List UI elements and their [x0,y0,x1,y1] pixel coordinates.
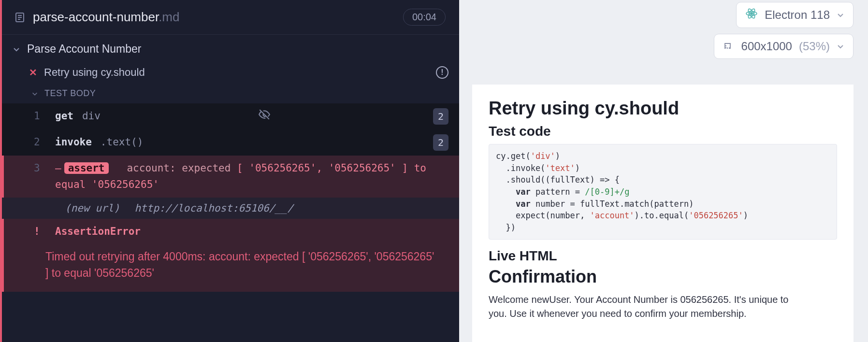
log-index: 1 [34,108,55,125]
log-row-get[interactable]: 1 get div 2 [2,103,459,129]
app-under-test: Retry using cy.should Test code cy.get('… [472,85,854,342]
preview-panel: Electron 118 600x1000 (53%) Retry using … [459,0,868,342]
fail-icon: ✕ [29,67,37,78]
content-paragraph: Welcome newUser. Your Account Number is … [489,293,808,321]
timer: 00:04 [403,9,446,26]
section-heading: Test code [489,124,837,139]
log-row-url: (new url) http://localhost:65106/__/ [2,198,459,219]
ruler-icon [723,39,735,54]
url-label: (new url) [65,202,120,214]
electron-icon [745,7,758,23]
test-title: Retry using cy.should [44,66,145,79]
content-heading: Confirmation [489,267,837,287]
chevron-down-icon [837,8,844,22]
viewport-size: 600x1000 [741,40,792,53]
code-block: cy.get('div') .invoke('text') .should((f… [489,144,837,240]
error-title: AssertionError [55,226,141,237]
log-index: 2 [34,134,55,151]
log-argument: div [82,108,101,125]
log-command: get [55,108,73,125]
chevron-down-icon [837,40,844,53]
error-bang-icon: ! [34,226,55,237]
viewport-scale: (53%) [799,40,830,53]
browser-selector[interactable]: Electron 118 [736,2,854,28]
error-block: ! AssertionError Timed out retrying afte… [2,219,459,292]
suite-title: Parse Account Number [27,43,142,56]
test-row[interactable]: ✕ Retry using cy.should ! [2,61,459,85]
log-message: –assert account: expected [ '056256265',… [55,160,448,193]
log-command: invoke [55,134,92,151]
suite-row[interactable]: Parse Account Number [2,35,459,61]
viewport-selector[interactable]: 600x1000 (53%) [714,34,854,59]
log-index: 3 [34,160,55,177]
error-message: Timed out retrying after 4000ms: account… [4,244,459,292]
page-title: Retry using cy.should [489,98,837,119]
error-header: ! AssertionError [4,219,459,244]
file-header: parse-account-number.md 00:04 [2,0,459,35]
test-runner-panel: parse-account-number.md 00:04 Parse Acco… [0,0,459,342]
chevron-down-icon [12,44,21,54]
section-test-body[interactable]: TEST BODY [2,85,459,103]
eye-off-icon[interactable] [258,108,271,121]
count-badge: 2 [433,134,448,151]
browser-label: Electron 118 [765,8,830,22]
info-icon[interactable]: ! [436,66,448,79]
file-name: parse-account-number.md [33,10,179,25]
log-row-assert[interactable]: 3 –assert account: expected [ '056256265… [2,156,459,198]
chevron-down-icon [30,89,40,99]
section-label: TEST BODY [44,88,96,99]
document-icon [14,11,26,24]
preview-controls: Electron 118 600x1000 (53%) [714,2,854,59]
log-argument: .text() [101,134,144,151]
log-row-invoke[interactable]: 2 invoke .text() 2 [2,129,459,156]
url-value: http://localhost:65106/__/ [134,202,293,214]
section-heading: Live HTML [489,248,837,264]
command-log: 1 get div 2 2 invoke .text() 2 3 –assert… [2,103,459,292]
svg-point-4 [751,13,752,14]
count-badge: 2 [433,108,448,125]
